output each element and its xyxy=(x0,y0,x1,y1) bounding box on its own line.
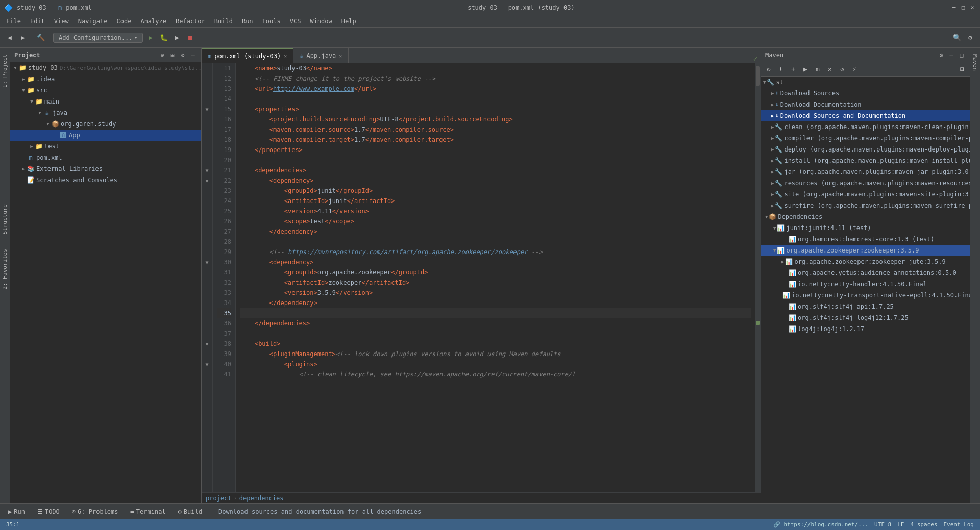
package-folder[interactable]: ▼ 📦 org.garen.study xyxy=(10,118,201,130)
scroll-thumb[interactable] xyxy=(756,66,760,86)
maven-expand-icon[interactable]: □ xyxy=(958,51,966,59)
problems-tab[interactable]: ⊙ 6: Problems xyxy=(68,507,122,516)
maven-m-icon[interactable]: m xyxy=(812,64,823,75)
maven-settings-icon[interactable]: ⚙ xyxy=(937,51,945,59)
maven-resources[interactable]: ▶ 🔧 resources (org.apache.maven.plugins:… xyxy=(761,178,970,189)
fold-arrow-15[interactable]: ▼ xyxy=(202,104,212,114)
favorites-tab[interactable]: 2: Favorites xyxy=(1,247,9,291)
maven-dep-slf4j-log4j[interactable]: 📊 org.slf4j:slf4j-log4j12:1.7.25 xyxy=(761,312,970,323)
maven-side-tab[interactable]: Maven xyxy=(971,52,979,73)
close-button[interactable]: ✕ xyxy=(969,4,976,11)
menu-navigate[interactable]: Navigate xyxy=(74,17,112,26)
run-config-selector[interactable]: Add Configuration... ▾ xyxy=(53,33,143,43)
menu-window[interactable]: Window xyxy=(306,17,336,26)
src-folder[interactable]: ▼ 📁 src xyxy=(10,85,201,96)
maven-dep-zookeeper-jute[interactable]: ▶ 📊 org.apache.zookeeper:zookeeper-jute:… xyxy=(761,256,970,267)
maven-deploy[interactable]: ▶ 🔧 deploy (org.apache.maven.plugins:mav… xyxy=(761,144,970,155)
todo-tab[interactable]: ☰ TODO xyxy=(33,507,64,516)
java-tab-close[interactable]: ✕ xyxy=(339,53,342,59)
project-root[interactable]: ▼ 📁 study-03 D:\GarenGosling\workspace\i… xyxy=(10,62,201,73)
maven-dep-zookeeper[interactable]: ▼ 📊 org.apache.zookeeper:zookeeper:3.5.9 xyxy=(761,245,970,256)
menu-tools[interactable]: Tools xyxy=(258,17,285,26)
maven-clean[interactable]: ▶ 🔧 clean (org.apache.maven.plugins:mave… xyxy=(761,121,970,133)
test-folder[interactable]: ▶ 📁 test xyxy=(10,141,201,152)
maven-download-docs[interactable]: ▶ ⬇ Download Documentation xyxy=(761,99,970,110)
main-folder[interactable]: ▼ 📁 main xyxy=(10,96,201,107)
structure-tab[interactable]: Structure xyxy=(1,202,9,237)
menu-code[interactable]: Code xyxy=(113,17,136,26)
expand-all-icon[interactable]: ⊞ xyxy=(168,51,177,59)
maven-dep-hamcrest[interactable]: 📊 org.hamcrest:hamcrest-core:1.3 (test) xyxy=(761,234,970,245)
app-class[interactable]: 🅰 App xyxy=(10,130,201,141)
idea-folder[interactable]: ▶ 📁 .idea xyxy=(10,73,201,85)
breadcrumb-project[interactable]: project xyxy=(206,495,232,502)
settings-icon[interactable]: ⚙ xyxy=(965,32,976,43)
branch-status[interactable]: 🔗 https://blog.csdn.net/... xyxy=(771,521,870,528)
menu-help[interactable]: Help xyxy=(337,17,360,26)
maven-collapse-icon[interactable]: ⊟ xyxy=(957,64,968,75)
stop-button[interactable]: ■ xyxy=(185,32,196,43)
maximize-button[interactable]: □ xyxy=(960,4,967,11)
fold-arrow-40[interactable]: ▼ xyxy=(202,359,212,369)
menu-run[interactable]: Run xyxy=(238,17,257,26)
terminal-tab[interactable]: ▬ Terminal xyxy=(127,507,170,516)
maven-minimize-icon[interactable]: ─ xyxy=(947,51,955,59)
menu-view[interactable]: View xyxy=(50,17,73,26)
forward-button[interactable]: ▶ xyxy=(17,32,29,43)
scratches[interactable]: 📝 Scratches and Consoles xyxy=(10,174,201,186)
tab-app-java[interactable]: ☕ App.java ✕ xyxy=(293,48,349,63)
maven-jar[interactable]: ▶ 🔧 jar (org.apache.maven.plugins:maven-… xyxy=(761,166,970,178)
maven-skip-test-icon[interactable]: ✕ xyxy=(824,64,836,75)
pom-tab-close[interactable]: ✕ xyxy=(284,53,287,59)
maven-dep-netty-transport[interactable]: 📊 io.netty:netty-transport-native-epoll:… xyxy=(761,290,970,301)
java-folder[interactable]: ▼ ☕ java xyxy=(10,107,201,118)
maven-generate-icon[interactable]: ⚡ xyxy=(849,64,860,75)
build-icon[interactable]: 🔨 xyxy=(35,32,46,43)
tab-pom-xml[interactable]: m pom.xml (study-03) ✕ xyxy=(202,48,293,63)
maven-dep-slf4j-api[interactable]: 📊 org.slf4j:slf4j-api:1.7.25 xyxy=(761,301,970,312)
menu-analyze[interactable]: Analyze xyxy=(136,17,170,26)
breadcrumb-dependencies[interactable]: dependencies xyxy=(239,495,284,502)
fold-arrow-21[interactable]: ▼ xyxy=(202,165,212,175)
event-log[interactable]: Event Log xyxy=(941,521,976,528)
maven-download-sources-docs[interactable]: ▶ ⬇ Download Sources and Documentation xyxy=(761,110,970,121)
maven-dep-log4j[interactable]: 📊 log4j:log4j:1.2.17 xyxy=(761,323,970,335)
run-button[interactable]: ▶ xyxy=(145,32,156,43)
menu-edit[interactable]: Edit xyxy=(26,17,49,26)
maven-root[interactable]: ▼ 🔧 st xyxy=(761,77,970,88)
maven-dep-junit[interactable]: ▼ 📊 junit:junit:4.11 (test) xyxy=(761,222,970,234)
maven-site[interactable]: ▶ 🔧 site (org.apache.maven.plugins:maven… xyxy=(761,189,970,200)
maven-refresh-icon[interactable]: ↻ xyxy=(763,64,774,75)
line-col-status[interactable]: 35:1 xyxy=(4,521,22,528)
maven-download-sources[interactable]: ▶ ⬇ Download Sources xyxy=(761,88,970,99)
maven-dep-netty-handler[interactable]: 📊 io.netty:netty-handler:4.1.50.Final xyxy=(761,279,970,290)
encoding-status[interactable]: UTF-8 xyxy=(872,521,893,528)
maven-dependencies-folder[interactable]: ▼ 📦 Dependencies xyxy=(761,211,970,222)
menu-refactor[interactable]: Refactor xyxy=(172,17,209,26)
maven-install[interactable]: ▶ 🔧 install (org.apache.maven.plugins:ma… xyxy=(761,155,970,166)
debug-button[interactable]: 🐛 xyxy=(158,32,169,43)
search-everywhere-icon[interactable]: 🔍 xyxy=(951,32,963,43)
maven-download-icon[interactable]: ⬇ xyxy=(775,64,787,75)
maven-surefire[interactable]: ▶ 🔧 surefire (org.apache.maven.plugins:m… xyxy=(761,200,970,211)
code-editor[interactable]: <name>study-03</name> <!-- FIXME change … xyxy=(236,63,755,492)
fold-arrow-38[interactable]: ▼ xyxy=(202,339,212,349)
run-coverage-button[interactable]: ▶ xyxy=(172,32,183,43)
maven-compiler[interactable]: ▶ 🔧 compiler (org.apache.maven.plugins:m… xyxy=(761,133,970,144)
editor-scrollbar[interactable] xyxy=(755,63,761,492)
back-button[interactable]: ◀ xyxy=(4,32,15,43)
pom-file[interactable]: m pom.xml xyxy=(10,152,201,163)
locate-icon[interactable]: ⊕ xyxy=(158,51,166,59)
indent-status[interactable]: 4 spaces xyxy=(908,521,939,528)
maven-add-icon[interactable]: + xyxy=(788,64,799,75)
project-tab[interactable]: 1: Project xyxy=(1,52,9,90)
line-sep-status[interactable]: LF xyxy=(895,521,906,528)
panel-minimize-icon[interactable]: ─ xyxy=(189,51,197,59)
maven-run-icon[interactable]: ▶ xyxy=(800,64,811,75)
minimize-button[interactable]: ─ xyxy=(950,4,958,11)
menu-vcs[interactable]: VCS xyxy=(286,17,305,26)
build-tab[interactable]: ⚙ Build xyxy=(174,507,206,516)
run-tab[interactable]: ▶ Run xyxy=(4,507,29,516)
menu-build[interactable]: Build xyxy=(210,17,237,26)
menu-file[interactable]: File xyxy=(2,17,25,26)
